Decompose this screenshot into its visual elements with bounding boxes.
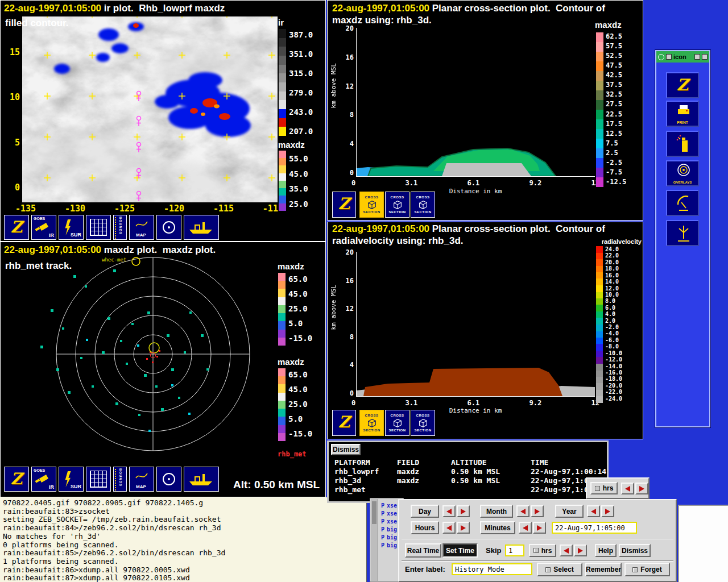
print-label: PRINT: [667, 120, 698, 124]
cross-section-button-3[interactable]: CROSS SECTION: [411, 410, 435, 436]
colorbar-value: 22.0: [605, 252, 622, 259]
spin-right-button[interactable]: [635, 483, 648, 494]
year-button[interactable]: Year: [555, 505, 584, 518]
label-input[interactable]: History Mode: [452, 563, 532, 575]
optics-button[interactable]: [156, 467, 181, 492]
xsec2-plot-area[interactable]: [356, 252, 595, 397]
cross-section-button-2[interactable]: CROSS SECTION: [385, 410, 410, 436]
cell-time: 22-Aug-97,1:00:14: [531, 467, 613, 476]
map-button[interactable]: MAP: [129, 467, 154, 492]
map-squiggle-icon: [135, 218, 148, 230]
xsec1-subtitle: maxdz using: rhb_3d.: [332, 15, 432, 26]
month-button[interactable]: Month: [480, 505, 513, 518]
terminal-window[interactable]: 970822.0405.gif 970822.0905.gif 970822.1…: [0, 497, 367, 582]
maximize-icon[interactable]: [702, 54, 708, 60]
zebra-menu-button[interactable]: Z: [4, 467, 29, 492]
table-header-cell: ALTITUDE: [451, 458, 531, 467]
grid-button[interactable]: [86, 467, 111, 492]
colorbar-value: 25.0: [289, 199, 308, 209]
cross-section-button-1[interactable]: CROSS SECTION: [359, 192, 384, 218]
xsec-radialvelocity-panel: 22-aug-1997,01:05:00 Planar cross-sectio…: [327, 222, 643, 439]
minutes-spin-right-button[interactable]: [533, 522, 546, 534]
cross-section-button-2[interactable]: CROSS SECTION: [385, 192, 410, 218]
zebra-menu-button[interactable]: Z: [4, 215, 29, 240]
overlays-button[interactable]: OVERLAYS: [666, 160, 699, 186]
scrollbar[interactable]: [371, 499, 378, 581]
terminal-line: rain:beaufait:83>zsocket: [3, 508, 363, 516]
ship-button[interactable]: [184, 467, 219, 492]
print-button[interactable]: PRINT: [666, 101, 699, 127]
spray-button[interactable]: [666, 131, 699, 157]
bounds-button[interactable]: BOUNDS: [113, 467, 127, 492]
forget-button[interactable]: Forget: [624, 563, 670, 576]
month-spin-right-button[interactable]: [531, 505, 544, 517]
goes-ir-button[interactable]: GOES IR: [31, 467, 56, 492]
window-box-icon[interactable]: [666, 54, 672, 60]
dismiss-button[interactable]: Dismiss: [331, 444, 361, 455]
optics-button[interactable]: [156, 215, 181, 240]
timestamp: 22-aug-1997,01:05:00: [4, 3, 101, 14]
minutes-spin-left-button[interactable]: [519, 522, 532, 534]
terminal-line: 1 platforms being scanned.: [3, 558, 363, 566]
goes-ir-button[interactable]: GOES IR: [31, 215, 56, 240]
radar-ppi-display[interactable]: [1, 242, 275, 467]
zebra-menu-button[interactable]: Z: [332, 192, 356, 218]
xsec1-plot-area[interactable]: [356, 28, 595, 177]
zebra-menu-button[interactable]: Z: [332, 410, 356, 436]
cross-section-button-3[interactable]: CROSS SECTION: [411, 192, 435, 218]
set-time-button[interactable]: Set Time: [442, 543, 478, 558]
radar-antenna-button[interactable]: [666, 190, 699, 216]
surface-plot-button[interactable]: SUR: [59, 467, 84, 492]
grid-button[interactable]: [86, 215, 111, 240]
select-button[interactable]: Select: [537, 563, 582, 576]
help-button[interactable]: Help: [595, 544, 617, 557]
spin-left-button[interactable]: [621, 483, 634, 494]
remember-button[interactable]: Remember: [585, 563, 622, 576]
colorbar-value: 42.5: [606, 71, 626, 79]
arrow-left-icon: [625, 486, 630, 492]
skip-spin-left-button[interactable]: [560, 544, 573, 556]
month-spin-left-button[interactable]: [516, 505, 530, 517]
day-spin-left-button[interactable]: [442, 505, 456, 517]
day-button[interactable]: Day: [411, 505, 439, 518]
datetime-input[interactable]: 22-Aug-97,1:05:00: [552, 522, 637, 534]
colorbar-value: 35.0: [289, 184, 308, 193]
surface-plot-button[interactable]: SUR: [59, 215, 84, 240]
day-spin-right-button[interactable]: [457, 505, 470, 517]
list-item-flag: P: [381, 542, 384, 550]
skip-units-button[interactable]: hrs: [529, 544, 556, 557]
colorbar-value: -4.0: [605, 330, 622, 336]
real-time-button[interactable]: Real Time: [405, 543, 441, 558]
icon-window-titlebar[interactable]: icon: [656, 51, 709, 63]
dismiss-button[interactable]: Dismiss: [619, 544, 651, 557]
minutes-button[interactable]: Minutes: [480, 521, 515, 534]
minimize-icon[interactable]: [694, 54, 700, 60]
spray-can-icon: [676, 135, 692, 154]
profiler-antenna-button[interactable]: [666, 220, 699, 246]
ship-button[interactable]: [184, 215, 219, 240]
axis-tick: 3.1: [406, 179, 418, 187]
window-menu-icon[interactable]: [658, 54, 664, 60]
zebra-menu-button[interactable]: Z: [666, 72, 699, 98]
bounds-button[interactable]: BOUNDS: [113, 215, 127, 240]
hours-spin-right-button[interactable]: [457, 522, 470, 534]
year-spin-left-button[interactable]: [587, 505, 600, 517]
scrollbar-thumb[interactable]: [372, 501, 377, 524]
colorbar-value: 25.0: [288, 400, 312, 409]
hours-button[interactable]: Hours: [411, 521, 439, 534]
terminal-line: rain:beaufait:86>xdump.all 970822.0005.x…: [3, 566, 363, 575]
terminal-line: rain:beaufait:84>/zeb96.2.sol2/bin/dsres…: [3, 524, 363, 533]
year-spin-right-button[interactable]: [601, 505, 614, 517]
timestamp: 22-aug-1997,01:05:00: [4, 244, 101, 255]
map-button[interactable]: MAP: [129, 215, 154, 240]
hours-spin-left-button[interactable]: [442, 522, 456, 534]
skip-input[interactable]: 1: [505, 544, 524, 556]
xsec2-colorbar-values: 24.022.020.018.016.014.012.010.08.06.04.…: [605, 246, 622, 402]
ir-satellite-image[interactable]: [22, 16, 278, 202]
cross-section-button-1[interactable]: CROSS SECTION: [359, 410, 384, 436]
hrs-menu-button[interactable]: hrs: [590, 482, 618, 494]
terminal-line: setting ZEB_SOCKET= /tmp/zeb.rain.beaufa…: [3, 516, 363, 524]
skip-spin-right-button[interactable]: [574, 544, 587, 556]
colorbar-value: 2.0: [605, 318, 622, 324]
axis-tick: -11: [263, 203, 278, 214]
